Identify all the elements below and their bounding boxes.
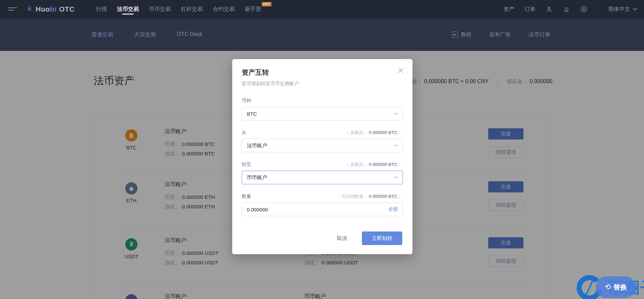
- to-balance: （ 余额为： 0.000000 BTC ）: [344, 162, 403, 168]
- currency-select[interactable]: BTC: [242, 107, 403, 120]
- amount-input[interactable]: [247, 207, 388, 212]
- subnav-otc-desk[interactable]: OTC Desk: [177, 31, 202, 38]
- chevron-down-icon: [393, 176, 398, 179]
- hot-badge: HOT: [262, 2, 272, 6]
- download-app-icon[interactable]: [580, 5, 588, 13]
- chevron-down-icon: [393, 144, 398, 147]
- assets-link[interactable]: 资产: [503, 6, 514, 13]
- top-navbar-right: 资产 订单 简体中文: [503, 5, 644, 13]
- page: HuobiOTC 行情 法币交易 币币交易 杠杆交易 合约交易 新手营HOT 资…: [0, 0, 644, 299]
- transfer-now-button[interactable]: 立即划转: [362, 231, 402, 245]
- to-label: 转至: [242, 162, 251, 168]
- user-icon[interactable]: [546, 6, 553, 13]
- huobi-logo[interactable]: HuobiOTC: [26, 4, 75, 14]
- subnav-block-trade[interactable]: 大宗交易: [134, 31, 156, 38]
- flame-icon: [26, 4, 33, 14]
- cancel-button[interactable]: 取消: [337, 235, 347, 242]
- currency-label: 币种: [242, 98, 251, 104]
- nav-item-spot-trading[interactable]: 币币交易: [144, 0, 176, 18]
- menu-icon[interactable]: [8, 6, 18, 12]
- nav-item-fiat-trading[interactable]: 法币交易: [112, 0, 144, 18]
- nav-item-beginner-camp[interactable]: 新手营HOT: [240, 0, 266, 18]
- play-video-icon: ▶: [452, 32, 458, 38]
- biquanzi-watermark: 币圈子 ⟲ 替换: [572, 274, 644, 299]
- from-balance: （ 余额为： 0.000000 BTC ）: [344, 130, 403, 136]
- chevron-down-icon: [633, 8, 637, 11]
- modal-title: 资产互转: [242, 68, 403, 77]
- close-icon[interactable]: [397, 67, 404, 74]
- nav-item-markets[interactable]: 行情: [91, 0, 112, 18]
- divider: [598, 5, 598, 13]
- language-selector[interactable]: 简体中文: [608, 6, 637, 13]
- amount-label: 数量: [242, 193, 251, 200]
- brand-wordmark: HuobiOTC: [36, 5, 75, 13]
- notification-bell-icon[interactable]: [563, 6, 570, 13]
- nav-item-margin-trading[interactable]: 杠杆交易: [176, 0, 208, 18]
- fiat-orders-link[interactable]: 法币订单: [529, 31, 550, 38]
- subnav-normal-trade[interactable]: 普通交易: [91, 31, 113, 38]
- transferable-amount: （ 可划转数量： 0.000000 BTC ）: [335, 193, 403, 200]
- main-menu: 行情 法币交易 币币交易 杠杆交易 合约交易 新手营HOT: [91, 0, 266, 18]
- replace-image-button[interactable]: ⟲ 替换: [596, 276, 636, 298]
- chevron-down-icon: [393, 112, 398, 115]
- max-amount-link[interactable]: 全部: [388, 206, 398, 212]
- asset-transfer-modal: 资产互转 提币请划转至币币交易账户 币种 BTC 从 （ 余额为： 0.0000…: [232, 59, 412, 254]
- to-account-select[interactable]: 币币账户: [242, 171, 403, 184]
- refresh-icon: ⟲: [605, 283, 611, 292]
- nav-item-futures-trading[interactable]: 合约交易: [208, 0, 240, 18]
- orders-link[interactable]: 订单: [525, 6, 535, 13]
- from-label: 从: [242, 130, 246, 136]
- publish-ad-link[interactable]: 发布广告: [489, 31, 511, 38]
- top-navbar: HuobiOTC 行情 法币交易 币币交易 杠杆交易 合约交易 新手营HOT 资…: [0, 0, 644, 18]
- sub-navbar: 普通交易 大宗交易 OTC Desk ▶ 教程 发布广告 法币订单: [0, 18, 644, 51]
- from-account-select[interactable]: 法币账户: [242, 139, 403, 152]
- tutorial-link[interactable]: ▶ 教程: [452, 31, 472, 38]
- modal-subtitle: 提币请划转至币币交易账户: [242, 81, 403, 87]
